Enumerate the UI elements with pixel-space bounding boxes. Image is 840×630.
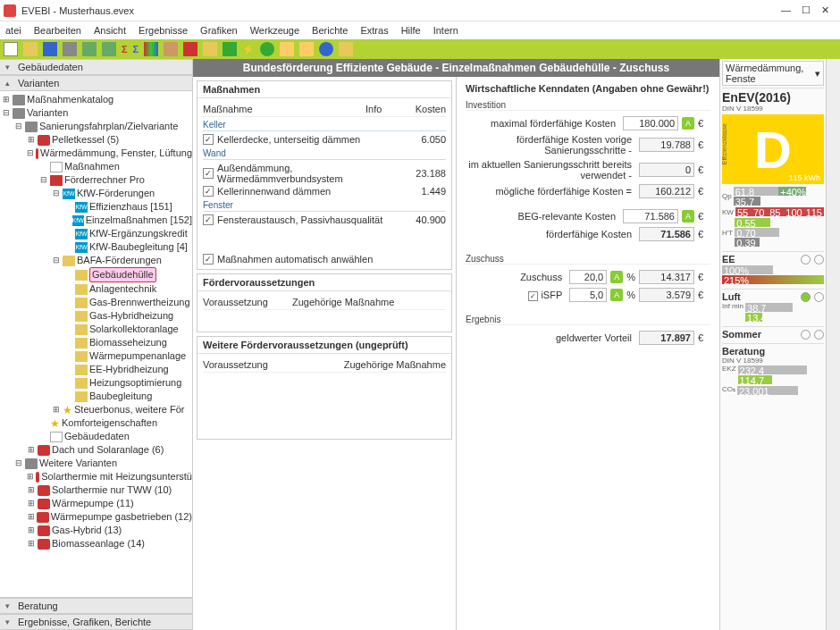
badge-a-icon: A: [610, 289, 623, 301]
tree-biomasse[interactable]: Biomasseheizung: [89, 336, 167, 349]
tool-house-icon[interactable]: [164, 42, 178, 56]
tool-tag-icon[interactable]: [203, 42, 217, 56]
menu-ergebnisse[interactable]: Ergebnisse: [139, 25, 188, 36]
checkbox-icon[interactable]: ✓: [203, 168, 214, 179]
checkbox-isfp[interactable]: ✓: [528, 291, 538, 301]
tree-effizienzhaus[interactable]: Effizienzhaus [151]: [89, 200, 172, 214]
tree-varianten[interactable]: Varianten: [27, 106, 68, 120]
tree-bafa[interactable]: BAFA-Förderungen: [77, 254, 162, 267]
checkbox-icon[interactable]: ✓: [203, 186, 214, 197]
minimize-button[interactable]: —: [781, 4, 791, 16]
input-max-kosten[interactable]: 180.000: [623, 116, 678, 130]
row-auto[interactable]: ✓Maßnahmen automatisch anwählen: [203, 253, 446, 265]
tool-bolt-icon[interactable]: ⚡: [242, 44, 255, 55]
variant-tree[interactable]: ⊞Maßnahmenkatalog ⊟Varianten ⊟Sanierungs…: [0, 91, 192, 597]
row-kellerinnenwand[interactable]: ✓Kellerinnenwand dämmen1.449: [203, 185, 446, 197]
titlebar: EVEBI - Musterhaus.evex — ☐ ✕: [0, 0, 840, 21]
checkbox-icon[interactable]: ✓: [203, 254, 214, 265]
panel-ergebnisse[interactable]: ▾Ergebnisse, Grafiken, Berichte: [0, 614, 192, 630]
input-zuschuss[interactable]: 20,0: [569, 270, 607, 284]
maximize-button[interactable]: ☐: [802, 4, 811, 16]
app-icon: [4, 4, 16, 17]
tree-gas-hybrid13[interactable]: Gas-Hybrid (13): [52, 524, 122, 537]
tool-undo-icon[interactable]: [82, 42, 97, 56]
tree-massnahmen[interactable]: Maßnahmen: [64, 160, 120, 173]
tool-chart-icon[interactable]: [144, 42, 158, 56]
tool-doc2-icon[interactable]: [299, 42, 314, 56]
energy-class-box: Effizienzklasse D 115 kWh: [722, 114, 824, 184]
window-title: EVEBI - Musterhaus.evex: [21, 5, 781, 16]
panel-beratung[interactable]: ▾Beratung: [0, 598, 192, 614]
tool-help-icon[interactable]: [319, 42, 333, 56]
tree-heizungsoptimierung[interactable]: Heizungsoptimierung: [89, 376, 181, 390]
tree-biomasse14[interactable]: Biomasseanlage (14): [52, 537, 145, 550]
tool-sigma-icon[interactable]: Σ: [122, 44, 128, 55]
tree-gebaeudehuelle[interactable]: Gebäudehülle: [89, 267, 156, 282]
tool-redo-icon[interactable]: [102, 42, 116, 56]
tree-foerderrechner[interactable]: Förderrechner Pro: [64, 173, 145, 187]
menu-hilfe[interactable]: Hilfe: [401, 25, 421, 36]
tree-komfort[interactable]: Komforteigenschaften: [62, 416, 157, 430]
menu-ansicht[interactable]: Ansicht: [94, 25, 126, 36]
value-zuschuss-eur: 14.317: [639, 270, 694, 284]
tree-kfw[interactable]: KfW-Förderungen: [77, 187, 155, 200]
chevron-down-icon: ▾: [815, 68, 820, 80]
tool-flag-icon[interactable]: [183, 42, 197, 56]
input-isfp[interactable]: 5,0: [569, 288, 607, 302]
tool-print-icon[interactable]: [63, 42, 77, 56]
close-button[interactable]: ✕: [821, 4, 829, 16]
tree-weitere-varianten[interactable]: Weitere Varianten: [39, 457, 117, 470]
tree-dach-solar[interactable]: Dach und Solaranlage (6): [52, 443, 164, 457]
badge-a-icon: A: [682, 210, 694, 223]
row-aussendaemmung[interactable]: ✓Außendämmung, Wärmedämmverbundsystem23.…: [203, 162, 446, 185]
tree-pelletkessel[interactable]: Pelletkessel (5): [52, 133, 119, 147]
tree-waermepumpe-gas[interactable]: Wärmepumpe gasbetrieben (12): [51, 510, 192, 524]
tool-save-icon[interactable]: [43, 42, 57, 56]
tool-check-icon[interactable]: [223, 42, 237, 56]
menu-bearbeiten[interactable]: Bearbeiten: [34, 25, 81, 36]
checkbox-icon[interactable]: ✓: [203, 214, 214, 225]
menu-extras[interactable]: Extras: [360, 25, 388, 36]
menu-werkzeuge[interactable]: Werkzeuge: [250, 25, 299, 36]
tree-baubegleitung[interactable]: Baubegleitung: [89, 390, 152, 403]
group-massnahmen: Maßnahmen MaßnahmeInfoKosten Keller ✓Kel…: [197, 80, 452, 270]
tree-solarthermie-tww[interactable]: Solarthermie nur TWW (10): [52, 483, 172, 497]
tree-ergaenzungskredit[interactable]: KfW-Ergänzungskredit: [89, 227, 188, 240]
tool-refresh-icon[interactable]: [260, 42, 274, 56]
panel-gebaeudedaten[interactable]: ▾Gebäudedaten: [0, 59, 192, 75]
tool-sigma2-icon[interactable]: Σ: [133, 44, 139, 55]
row-kellerdecke[interactable]: ✓Kellerdecke, unterseitig dämmen6.050: [203, 133, 446, 146]
tree-anlagentechnik[interactable]: Anlagentechnik: [89, 282, 156, 296]
menu-grafiken[interactable]: Grafiken: [200, 25, 238, 36]
input-beg[interactable]: 71.586: [623, 209, 678, 223]
group-foerdervoraussetzungen: Fördervoraussetzungen VoraussetzungZugeh…: [197, 273, 452, 332]
tree-ee-hybrid[interactable]: EE-Hybridheizung: [89, 363, 169, 376]
tree-gas-brennwert[interactable]: Gas-Brennwertheizung: [89, 296, 190, 309]
tree-gas-hybrid[interactable]: Gas-Hybridheizung: [89, 309, 173, 323]
tool-info-icon[interactable]: [339, 42, 353, 56]
tree-einzelmassnahmen[interactable]: Einzelmaßnahmen [152]: [86, 214, 192, 227]
tree-baubegleitung-kfw[interactable]: KfW-Baubegleitung [4]: [89, 240, 188, 254]
tree-waermepumpe[interactable]: Wärmepumpenanlage: [89, 349, 186, 363]
group-wirtschaft: Wirtschaftliche Kenndaten (Angaben ohne …: [460, 80, 716, 350]
tree-waermedaemmung[interactable]: Wärmedämmung, Fenster, Lüftung: [40, 147, 192, 160]
row-fensteraustausch[interactable]: ✓Fensteraustausch, Passivhausqualität40.…: [203, 214, 446, 226]
tree-sanierungsfahrplan[interactable]: Sanierungsfahrplan/Zielvariante: [39, 120, 178, 133]
menu-datei[interactable]: atei: [5, 25, 21, 36]
menu-intern[interactable]: Intern: [433, 25, 458, 36]
tool-new-icon[interactable]: [4, 42, 18, 56]
toolbar: Σ Σ ⚡: [0, 39, 840, 59]
scrollbar[interactable]: [826, 59, 840, 630]
checkbox-icon[interactable]: ✓: [203, 134, 214, 145]
tree-solarthermie-hz[interactable]: Solarthermie mit Heizungsunterstü: [41, 470, 192, 483]
menu-berichte[interactable]: Berichte: [312, 25, 348, 36]
tree-waermepumpe11[interactable]: Wärmepumpe (11): [52, 497, 134, 510]
panel-varianten[interactable]: ▴Varianten: [0, 75, 192, 91]
tree-steuerbonus[interactable]: Steuerbonus, weitere För: [74, 403, 185, 416]
tree-massnahmenkatalog[interactable]: Maßnahmenkatalog: [27, 93, 113, 106]
tree-gebaeudedaten[interactable]: Gebäudedaten: [64, 430, 130, 443]
tree-solarkollektor[interactable]: Solarkollektoranlage: [89, 323, 179, 336]
tool-doc-icon[interactable]: [280, 42, 294, 56]
variant-select[interactable]: Wärmedämmung, Fenste▾: [722, 61, 824, 86]
tool-open-icon[interactable]: [23, 42, 38, 56]
